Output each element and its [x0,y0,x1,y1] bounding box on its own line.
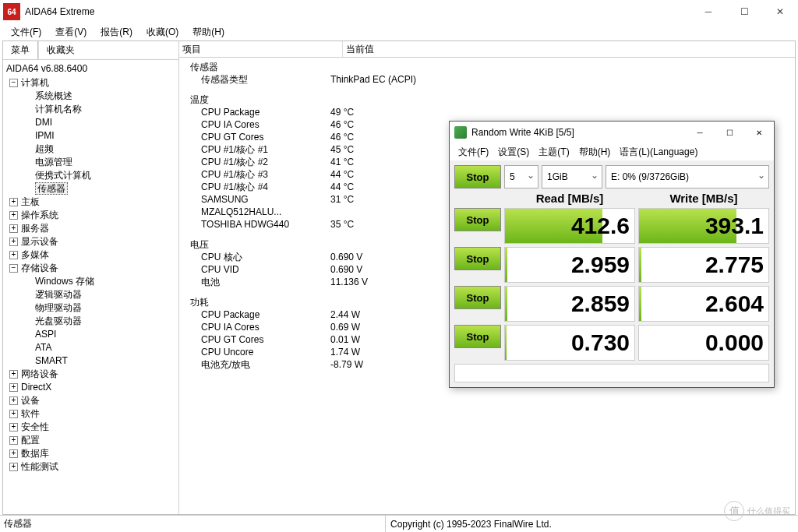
cdm-size-select[interactable]: 1GiB [542,165,602,188]
cdm-drive-select[interactable]: E: 0% (9/3726GiB) [606,165,769,188]
cdm-title-text: Random Write 4KiB [5/5] [471,127,685,138]
tree-node[interactable]: +配置 [6,434,175,447]
tree-node[interactable]: +DirectX [6,381,175,394]
maximize-button[interactable]: ☐ [726,0,762,23]
sidebar: 菜单 收藏夹 AIDA64 v6.88.6400 −计算机系统概述计算机名称DM… [3,41,179,514]
cdm-titlebar[interactable]: Random Write 4KiB [5/5] ─ ☐ ✕ [450,122,774,143]
tree-node[interactable]: 系统概述 [6,90,175,103]
tree-node[interactable]: +主板 [6,196,175,209]
tree-node[interactable]: 便携式计算机 [6,169,175,182]
tree-node[interactable]: ATA [6,341,175,354]
cdm-footer-input[interactable] [454,364,769,382]
cdm-menu-help[interactable]: 帮助(H) [575,146,615,159]
tree-node[interactable]: SMART [6,354,175,368]
status-copyright: Copyright (c) 1995-2023 FinalWire Ltd. [386,519,552,530]
cdm-read-value: 2.859 [504,286,635,322]
section-title: 温度 [184,93,790,106]
tree-node[interactable]: DMI [6,116,175,129]
cdm-stop-button[interactable]: Stop [454,247,501,270]
sensor-row[interactable]: CPU Package49 °C [184,106,790,118]
cdm-stop-button[interactable]: Stop [454,325,501,348]
tree-node[interactable]: IPMI [6,129,175,143]
cdm-write-header: Write [MB/s] [638,192,769,205]
tree-node[interactable]: 超频 [6,143,175,156]
menu-file[interactable]: 文件(F) [5,24,48,41]
tree-node[interactable]: +设备 [6,394,175,407]
tab-favorites[interactable]: 收藏夹 [38,41,83,59]
cdm-menu-theme[interactable]: 主题(T) [535,146,573,159]
cdm-result-row: Stop2.9592.775 [454,247,769,283]
watermark: 值 什么值得买 [724,501,790,521]
cdm-menu-settings[interactable]: 设置(S) [494,146,533,159]
cdm-minimize-button[interactable]: ─ [685,122,715,143]
cdm-result-row: Stop2.8592.604 [454,286,769,322]
tree-node[interactable]: 传感器 [6,182,175,196]
app-title: AIDA64 Extreme [25,6,690,17]
tree-node[interactable]: 物理驱动器 [6,301,175,315]
cdm-menu-lang[interactable]: 语言(L)(Language) [616,146,701,159]
col-item[interactable]: 项目 [179,41,343,57]
tree-node[interactable]: 电源管理 [6,156,175,169]
cdm-write-value: 0.000 [638,325,769,361]
menu-help[interactable]: 帮助(H) [186,24,231,41]
watermark-text: 什么值得买 [747,506,790,517]
tree-node[interactable]: 光盘驱动器 [6,315,175,328]
cdm-maximize-button[interactable]: ☐ [715,122,744,143]
cdm-read-value: 412.6 [504,208,635,244]
tree-node[interactable]: +服务器 [6,222,175,235]
tree-node[interactable]: +网络设备 [6,368,175,381]
tree-node[interactable]: +显示设备 [6,235,175,248]
cdm-stop-button[interactable]: Stop [454,208,501,231]
tree-node[interactable]: −计算机 [6,76,175,90]
tree-node[interactable]: −存储设备 [6,262,175,275]
cdm-menu-file[interactable]: 文件(F) [454,146,493,159]
tree-node[interactable]: 逻辑驱动器 [6,288,175,301]
menu-report[interactable]: 报告(R) [94,24,139,41]
watermark-icon: 值 [724,501,744,521]
tree-node[interactable]: +安全性 [6,421,175,434]
tree-node[interactable]: 计算机名称 [6,103,175,116]
menu-favorites[interactable]: 收藏(O) [140,24,185,41]
cdm-stop-all-button[interactable]: Stop [454,165,501,188]
tree-node[interactable]: ASPI [6,328,175,341]
cdm-read-value: 0.730 [504,325,635,361]
cdm-write-value: 2.604 [638,286,769,322]
cdm-result-row: Stop0.7300.000 [454,325,769,361]
aida-logo-icon: 64 [3,3,20,20]
cdm-write-value: 393.1 [638,208,769,244]
sensor-row[interactable]: 传感器类型ThinkPad EC (ACPI) [184,73,790,86]
cdm-app-icon [454,126,467,139]
tree-node[interactable]: +多媒体 [6,248,175,262]
nav-tree: AIDA64 v6.88.6400 −计算机系统概述计算机名称DMIIPMI超频… [3,60,178,476]
section-title: 传感器 [184,61,790,73]
cdm-result-row: Stop412.6393.1 [454,208,769,244]
cdm-read-value: 2.959 [504,247,635,283]
status-left: 传感器 [0,516,386,532]
tree-node[interactable]: +操作系统 [6,209,175,222]
col-value[interactable]: 当前值 [343,41,795,57]
tree-node[interactable]: +软件 [6,407,175,421]
close-button[interactable]: ✕ [762,0,798,23]
cdm-menubar: 文件(F) 设置(S) 主题(T) 帮助(H) 语言(L)(Language) [450,143,774,160]
cdm-stop-button[interactable]: Stop [454,286,501,309]
tab-menu[interactable]: 菜单 [3,41,38,59]
cdm-write-value: 2.775 [638,247,769,283]
aida-titlebar: 64 AIDA64 Extreme ─ ☐ ✕ [0,0,798,23]
menu-view[interactable]: 查看(V) [49,24,93,41]
version-label: AIDA64 v6.88.6400 [6,62,175,76]
tree-node[interactable]: +性能测试 [6,460,175,474]
tree-node[interactable]: Windows 存储 [6,275,175,288]
cdm-count-select[interactable]: 5 [504,165,538,188]
cdm-read-header: Read [MB/s] [504,192,635,205]
cdm-close-button[interactable]: ✕ [744,122,774,143]
tree-node[interactable]: +数据库 [6,447,175,460]
minimize-button[interactable]: ─ [690,0,726,23]
statusbar: 传感器 Copyright (c) 1995-2023 FinalWire Lt… [0,515,798,532]
cdm-window[interactable]: Random Write 4KiB [5/5] ─ ☐ ✕ 文件(F) 设置(S… [449,121,775,388]
aida-menubar: 文件(F) 查看(V) 报告(R) 收藏(O) 帮助(H) [0,23,798,41]
